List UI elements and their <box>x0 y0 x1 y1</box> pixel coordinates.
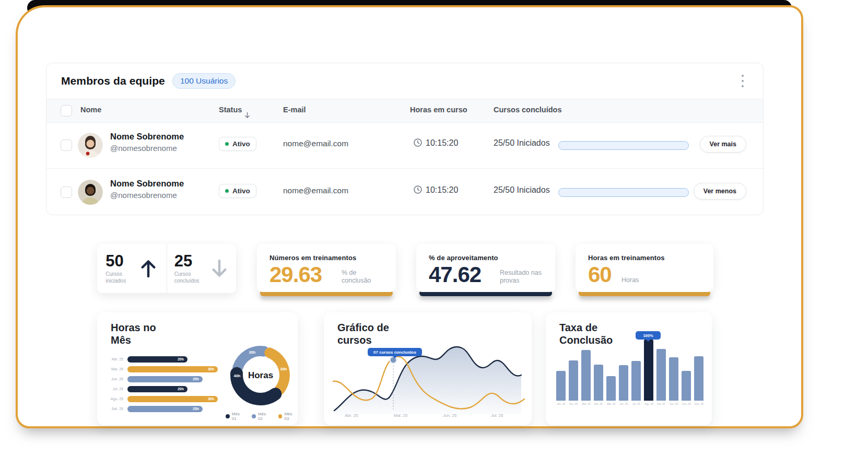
bar-value-label: 30h <box>208 367 214 371</box>
hours-in-course: 10:15:20 <box>426 138 458 148</box>
taxa-bar-column: Dez. 25 <box>694 356 703 405</box>
hours-stat-card: Horas em treinamentos 60 Horas <box>576 244 713 292</box>
horas-bar-row: Mai. 2530h <box>104 364 225 374</box>
bar-category-label: Mai. 25 <box>104 367 123 371</box>
status-label: Ativo <box>232 187 250 195</box>
x-tick: Mai. 25 <box>394 413 407 418</box>
ver-menos-button[interactable]: Ver menos <box>694 183 746 200</box>
column-name: Nome <box>80 106 101 114</box>
taxa-x-tick: Jul. 25 <box>632 402 640 405</box>
more-options-icon[interactable] <box>738 75 747 87</box>
taxa-bar-column: Mai. 25 <box>606 376 616 405</box>
ver-mais-button[interactable]: Ver mais <box>700 136 746 153</box>
stat-caption: Resultado nas provas <box>500 269 546 285</box>
status-label: Ativo <box>232 140 250 148</box>
status-badge: Ativo <box>219 137 256 151</box>
taxa-x-tick: Dez. 25 <box>694 402 703 405</box>
taxa-x-tick: Mai. 25 <box>607 402 615 405</box>
taxa-bar-column: Jul. 25 <box>631 361 641 405</box>
taxa-bar <box>656 349 666 401</box>
bar-value-label: 20h <box>178 387 184 391</box>
taxa-x-tick: Mar. 25 <box>582 402 591 405</box>
courses-counter-card: 50 Cursos iniciados 25 Cursos concluídos <box>97 244 236 293</box>
started-label: Cursos iniciados <box>105 271 133 284</box>
taxa-bar <box>556 371 566 401</box>
taxa-de-conclusao-card: Taxa de Conclusão Jan. 25Fev. 25Mar. 25A… <box>546 312 712 425</box>
member-email: nome@email.com <box>283 139 348 148</box>
taxa-bar <box>606 376 616 401</box>
finished-label: Cursos concluídos <box>174 271 204 284</box>
member-handle: @nomesobrenome <box>110 144 177 153</box>
stat-title: % de aproveitamento <box>429 254 498 262</box>
taxa-bar-column: Fev. 25 <box>569 360 578 405</box>
trainings-stat-card: Números em treinamentos 29.63 % de concl… <box>257 244 396 292</box>
taxa-bar <box>594 365 603 401</box>
chart-title: Gráfico de cursos <box>337 322 395 346</box>
taxa-bar <box>581 350 591 401</box>
team-members-card: Membros da equipe 100 Usuários Nome Stat… <box>46 63 764 215</box>
bar-value-label: 20h <box>178 357 184 361</box>
finished-value: 25 <box>174 253 204 269</box>
taxa-x-tick: Nov. 25 <box>682 402 691 405</box>
sort-descending-icon[interactable] <box>244 112 251 119</box>
courses-count: 25/50 Iniciados <box>494 138 550 148</box>
taxa-x-tick: Ago. 25 <box>644 402 653 405</box>
active-dot-icon <box>225 189 229 193</box>
x-tick: Jul. 25 <box>491 413 503 418</box>
stat-caption: Horas <box>621 276 639 284</box>
taxa-bar-column: Ago. 25 <box>644 340 653 405</box>
x-tick: Abr. 25 <box>345 413 358 418</box>
taxa-bar-column: Out. 25 <box>669 357 678 405</box>
row-checkbox[interactable] <box>61 139 72 151</box>
stat-caption: % de conclusão <box>342 269 383 285</box>
cursos-line-chart <box>330 344 527 415</box>
progress-bar <box>558 188 689 197</box>
column-courses: Cursos concluídos <box>494 106 562 114</box>
member-name: Nome Sobrenome <box>110 132 184 142</box>
horas-bar: 25h <box>127 376 203 382</box>
taxa-bar-column: Nov. 25 <box>682 371 691 405</box>
taxa-x-tick: Jan. 25 <box>557 402 565 405</box>
horas-donut-chart: 30h 30h 40h Horas <box>221 336 300 414</box>
select-all-checkbox[interactable] <box>61 105 72 116</box>
bar-value-label: 25h <box>193 377 199 381</box>
taxa-x-tick: Jun. 25 <box>619 402 628 405</box>
bar-category-label: Set. 25 <box>104 407 123 411</box>
results-stat-card: % de aproveitamento 47.62 Resultado nas … <box>416 244 555 292</box>
chart-title: Horas no Mês <box>111 322 173 346</box>
avatar <box>78 133 103 158</box>
table-header-row: Nome Status E-mail Horas em curso Cursos… <box>46 99 763 123</box>
taxa-bar-column: Mar. 25 <box>581 350 591 405</box>
horas-bar-row: Abr. 2520h <box>104 354 225 364</box>
row-checkbox[interactable] <box>61 186 72 198</box>
table-row[interactable]: Nome Sobrenome @nomesobrenome Ativo nome… <box>46 122 763 168</box>
taxa-bar-column: Abr. 25 <box>594 365 603 405</box>
taxa-bar <box>669 357 678 401</box>
arrow-down-icon <box>210 258 229 279</box>
table-row[interactable]: Nome Sobrenome @nomesobrenome Ativo nome… <box>46 168 763 215</box>
stat-title: Números em treinamentos <box>269 254 356 262</box>
users-count-badge: 100 Usuários <box>172 73 236 89</box>
bar-category-label: Jul. 25 <box>104 387 123 391</box>
courses-finished-stat: 25 Cursos concluídos <box>167 244 237 293</box>
member-email: nome@email.com <box>283 186 348 195</box>
dashboard-stage: Membros da equipe 100 Usuários Nome Stat… <box>0 0 868 467</box>
team-members-header: Membros da equipe 100 Usuários <box>46 63 763 99</box>
line-chart-tooltip: 07 cursos concluídos <box>368 348 422 356</box>
donut-slice-label: 30h <box>249 350 256 355</box>
bar-category-label: Ago. 25 <box>104 397 123 401</box>
member-name: Nome Sobrenome <box>110 179 184 189</box>
bar-value-label: 25h <box>193 407 199 411</box>
started-value: 50 <box>105 253 133 269</box>
arrow-up-icon <box>139 258 158 279</box>
stat-value: 47.62 <box>429 264 481 286</box>
horas-bar: 30h <box>127 396 218 402</box>
legend-dot-steel <box>252 414 256 418</box>
horas-bar-row: Set. 2525h <box>104 404 225 414</box>
taxa-bar <box>682 371 691 401</box>
stat-value: 60 <box>588 264 612 286</box>
taxa-bar <box>569 360 578 401</box>
taxa-x-tick: Abr. 25 <box>594 402 603 405</box>
donut-center-label: Horas <box>248 370 273 380</box>
taxa-bar <box>631 361 641 401</box>
